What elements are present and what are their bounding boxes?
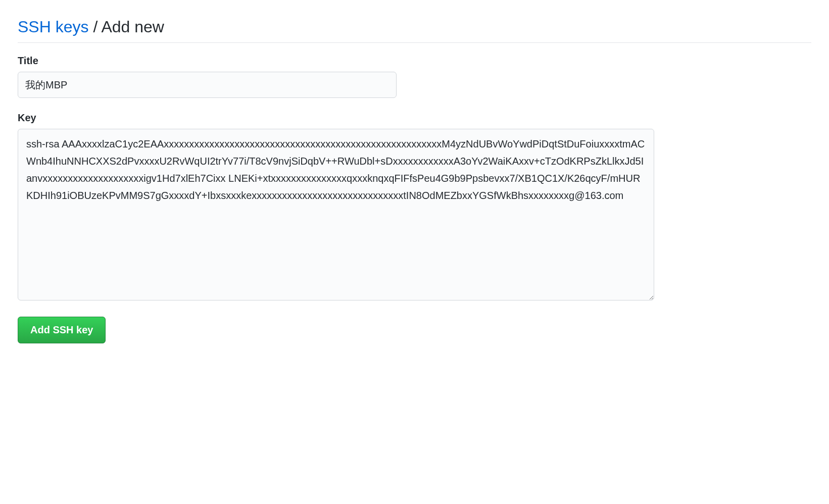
page-title: SSH keys / Add new: [18, 18, 811, 43]
breadcrumb-link-ssh-keys[interactable]: SSH keys: [18, 18, 88, 36]
title-field-group: Title: [18, 55, 811, 98]
title-input[interactable]: [18, 72, 397, 98]
key-label: Key: [18, 112, 811, 124]
key-field-group: Key: [18, 112, 811, 303]
title-label: Title: [18, 55, 811, 67]
add-ssh-key-button[interactable]: Add SSH key: [18, 317, 106, 343]
breadcrumb-current: Add new: [101, 18, 164, 36]
key-textarea[interactable]: [18, 129, 654, 300]
breadcrumb-separator: /: [88, 18, 101, 36]
